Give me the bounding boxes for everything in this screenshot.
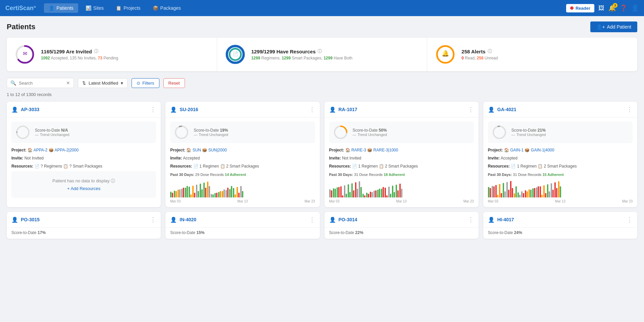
project-icon: 🏠	[28, 148, 33, 152]
project-package-link[interactable]: GAIN-1|4000	[531, 148, 554, 152]
regimen-icon: 📄	[35, 164, 40, 169]
more-options-icon[interactable]: ⋮	[309, 106, 315, 113]
project-regimen-link[interactable]: RARE-3	[351, 148, 366, 152]
filters-button[interactable]: ⊙ Filters	[132, 78, 159, 88]
card-header: 👤 GA-4021 ⋮	[483, 102, 637, 118]
more-options-icon[interactable]: ⋮	[627, 106, 633, 113]
invited-help-icon[interactable]: ⓘ	[94, 48, 98, 54]
score-donut	[174, 125, 189, 140]
patient-id[interactable]: HI-4017	[497, 217, 627, 222]
sort-select[interactable]: ⇅ Latest Modified ▾	[78, 78, 128, 88]
alerts-help-icon[interactable]: ⓘ	[488, 48, 492, 54]
patient-id[interactable]: GA-4021	[497, 107, 627, 112]
patient-id[interactable]: PO-3014	[339, 217, 468, 222]
svg-text:🔔: 🔔	[442, 50, 449, 57]
score-section: Score-to-Date 21% — Trend Unchanged	[488, 122, 633, 143]
project-regimen-link[interactable]: GAIN-1	[510, 148, 524, 152]
chart-section: Past 30 Days: 29 Dose Records 14 Adheren…	[170, 173, 315, 203]
notification-icon[interactable]: 🔔 3	[608, 4, 616, 12]
project-icon: 🏠	[504, 148, 509, 152]
chart-bars	[329, 179, 474, 199]
patient-id[interactable]: RA-1017	[339, 107, 468, 112]
person-icon: 👤	[329, 106, 336, 113]
package-icon: 📋	[538, 164, 543, 169]
package-icon: 📦	[367, 148, 372, 152]
invite-row: Invite: Accepted	[170, 155, 315, 161]
project-package-link[interactable]: APPA-2|2000	[55, 148, 79, 152]
invited-title: 1165/1299 Are Invited	[41, 49, 92, 54]
patient-id[interactable]: SU-2016	[180, 107, 309, 112]
card-header: 👤 RA-1017 ⋮	[325, 102, 479, 118]
chevron-down-icon: ▾	[121, 81, 123, 86]
card-body: Score-to-Date 21% — Trend Unchanged Proj…	[483, 118, 637, 207]
add-patient-button[interactable]: 👤+ Add Patient	[590, 21, 637, 32]
more-options-icon[interactable]: ⋮	[468, 216, 474, 223]
project-package-link[interactable]: RARE-3|1000	[374, 148, 398, 152]
nav-right: Reader 🖼 🔔 3 ❓ 👤	[566, 4, 639, 12]
nav-sites[interactable]: 📊 Sites	[81, 3, 108, 13]
regimen-icon: 📄	[193, 164, 198, 169]
card-body: Score-to-Date 50% — Trend Unchanged Proj…	[325, 118, 479, 207]
partial-header: 👤 HI-4017 ⋮	[483, 212, 637, 228]
help-icon[interactable]: ❓	[620, 4, 627, 12]
image-icon[interactable]: 🖼	[598, 5, 604, 12]
resources-row: Resources: 📄 1 Regimen 📋 2 Smart Package…	[170, 163, 315, 169]
more-options-icon[interactable]: ⋮	[150, 216, 156, 223]
navbar: CertiScan° 👤 Patients 📊 Sites 📋 Projects…	[0, 0, 644, 16]
chart-section: Past 30 Days: 31 Dose Records 15 Adheren…	[488, 173, 633, 203]
reader-button[interactable]: Reader	[566, 4, 594, 12]
packages-icon: 📦	[153, 5, 158, 11]
partial-score: Score-to-Date 22%	[325, 228, 479, 238]
chart-meta: Past 30 Days: 31 Dose Records 15 Adheren…	[488, 173, 633, 177]
reset-button[interactable]: Reset	[163, 78, 185, 88]
search-box[interactable]: 🔍 ✕	[7, 78, 74, 88]
patient-id[interactable]: IN-4020	[180, 217, 309, 222]
project-row: Project: 🏠 SUN 📦 SUN|2000	[170, 147, 315, 153]
trend-label: — Trend Unchanged	[511, 133, 546, 137]
partial-score: Score-to-Date 17%	[7, 228, 161, 238]
score-section: Score-to-Date 19% — Trend Unchanged	[170, 122, 315, 143]
more-options-icon[interactable]: ⋮	[309, 216, 315, 223]
patient-id[interactable]: PO-3015	[21, 217, 150, 222]
partial-score: Score-to-Date 24%	[483, 228, 637, 238]
search-input[interactable]	[19, 81, 63, 86]
invited-sub: 1092 Accepted, 135 No Invites, 73 Pendin…	[41, 56, 118, 60]
clear-search-icon[interactable]: ✕	[66, 80, 70, 86]
svg-point-8	[17, 126, 29, 138]
user-icon[interactable]: 👤	[631, 4, 639, 12]
alerts-sub: 0 Read, 258 Unread	[461, 56, 498, 60]
regimen-icon: 📄	[352, 164, 357, 169]
patient-id[interactable]: AP-3033	[21, 107, 150, 112]
nav-projects[interactable]: 📋 Projects	[111, 3, 145, 13]
invited-circle: ✉	[15, 44, 35, 64]
chart-labels: Mar 03 Mar 13 Mar 23	[170, 199, 315, 203]
score-donut	[15, 125, 30, 140]
more-options-icon[interactable]: ⋮	[468, 106, 474, 113]
add-resources-link[interactable]: + Add Resources	[18, 186, 149, 191]
project-row: Project: 🏠 GAIN-1 📦 GAIN-1|4000	[488, 147, 633, 153]
more-options-icon[interactable]: ⋮	[627, 216, 633, 223]
patient-card-ga-4021: 👤 GA-4021 ⋮ Score-to-Date 21% — Trend Un…	[483, 102, 637, 207]
alerts-title: 258 Alerts	[461, 49, 485, 54]
trend-label: — Trend Unchanged	[35, 133, 69, 137]
project-regimen-link[interactable]: SUN	[193, 148, 201, 152]
card-body: Score-to-Date 19% — Trend Unchanged Proj…	[165, 118, 319, 207]
no-data-help-icon: ⓘ	[111, 178, 115, 183]
score-section: Score-to-Date 50% — Trend Unchanged	[329, 122, 474, 143]
sort-label: Latest Modified	[89, 81, 118, 86]
project-regimen-link[interactable]: APPA-2	[34, 148, 48, 152]
patient-card-partial-po-3015: 👤 PO-3015 ⋮ Score-to-Date 17%	[7, 212, 161, 239]
project-package-link[interactable]: SUN|2000	[208, 148, 227, 152]
filter-icon: ⊙	[137, 81, 140, 86]
nav-patients[interactable]: 👤 Patients	[44, 3, 78, 13]
nav-packages[interactable]: 📦 Packages	[148, 3, 186, 13]
no-data-label: Patient has no data to display	[52, 178, 110, 183]
invite-row: Invite: Not Invited	[11, 155, 156, 161]
empty-state: Patient has no data to display ⓘ + Add R…	[11, 171, 156, 198]
score-donut	[492, 125, 507, 140]
app-logo: CertiScan°	[5, 5, 36, 12]
more-options-icon[interactable]: ⋮	[150, 106, 156, 113]
resources-help-icon[interactable]: ⓘ	[317, 48, 322, 54]
reader-dot	[570, 6, 574, 10]
chart-bars	[488, 179, 633, 199]
